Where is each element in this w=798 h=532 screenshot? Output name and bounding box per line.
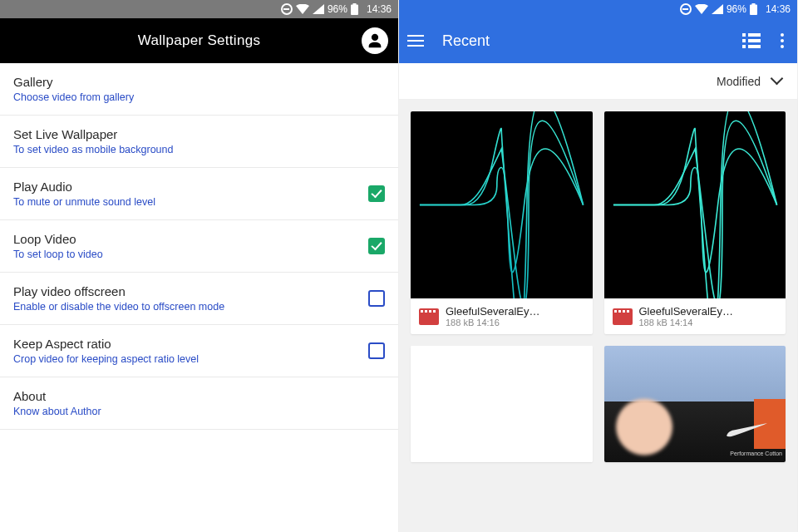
- setting-title: Set Live Wallpaper: [13, 127, 173, 141]
- menu-icon[interactable]: [407, 32, 427, 50]
- signal-icon: [313, 4, 324, 14]
- app-bar: Recent: [399, 18, 797, 63]
- setting-subtitle: Know about Author: [13, 406, 101, 417]
- file-card[interactable]: [411, 346, 593, 462]
- video-file-icon: [613, 308, 633, 325]
- wifi-icon: [695, 4, 708, 14]
- checkbox-icon[interactable]: [368, 185, 385, 202]
- checkbox-icon[interactable]: [368, 238, 385, 254]
- page-title: Recent: [442, 32, 727, 50]
- setting-subtitle: To mute or unmute sound level: [13, 196, 155, 208]
- left-screen: 96% 14:36 Wallpaper Settings Gallery Cho…: [0, 0, 399, 532]
- sort-label: Modified: [717, 75, 761, 88]
- status-bar: 96% 14:36: [0, 0, 398, 18]
- setting-set-live-wallpaper[interactable]: Set Live Wallpaper To set video as mobil…: [0, 116, 398, 168]
- setting-title: Play video offscreen: [13, 284, 224, 298]
- swoosh-icon: [726, 422, 769, 439]
- app-bar: Wallpaper Settings: [0, 18, 398, 63]
- thumb-caption: Performance Cotton: [730, 451, 782, 457]
- setting-about[interactable]: About Know about Author: [0, 377, 398, 430]
- chevron-down-icon: [772, 76, 784, 87]
- sort-row[interactable]: Modified: [399, 63, 797, 100]
- file-name: GleefulSeveralEy…: [639, 305, 733, 318]
- setting-keep-aspect[interactable]: Keep Aspect ratio Crop video for keeping…: [0, 325, 398, 377]
- settings-list: Gallery Choose video from gallery Set Li…: [0, 63, 398, 532]
- checkbox-icon[interactable]: [368, 290, 385, 307]
- file-meta: 188 kB 14:16: [446, 318, 539, 328]
- dnd-icon: [680, 3, 692, 15]
- setting-play-offscreen[interactable]: Play video offscreen Enable or disable t…: [0, 273, 398, 325]
- checkbox-icon[interactable]: [368, 342, 385, 359]
- page-title: Wallpaper Settings: [138, 32, 260, 49]
- battery-icon: [750, 3, 757, 15]
- view-list-icon[interactable]: [742, 33, 761, 48]
- file-grid: GleefulSeveralEy… 188 kB 14:16: [399, 100, 797, 532]
- setting-subtitle: To set video as mobile background: [13, 144, 173, 155]
- svg-rect-3: [751, 3, 755, 5]
- signal-icon: [712, 4, 723, 14]
- setting-gallery[interactable]: Gallery Choose video from gallery: [0, 63, 398, 116]
- setting-subtitle: To set loop to video: [13, 249, 103, 260]
- right-screen: 96% 14:36 Recent Modified: [399, 0, 798, 532]
- clock: 14:36: [367, 3, 392, 15]
- file-thumbnail: [411, 346, 593, 462]
- status-bar: 96% 14:36: [399, 0, 797, 18]
- wifi-icon: [296, 4, 309, 14]
- file-thumbnail: [604, 111, 786, 298]
- video-file-icon: [419, 308, 439, 325]
- file-meta: 188 kB 14:14: [639, 318, 733, 328]
- setting-title: Gallery: [13, 75, 134, 89]
- file-card[interactable]: GleefulSeveralEy… 188 kB 14:16: [411, 111, 593, 334]
- setting-title: About: [13, 389, 101, 403]
- more-icon[interactable]: [776, 33, 789, 48]
- setting-subtitle: Crop video for keeping aspect ratio leve…: [13, 353, 199, 365]
- setting-play-audio[interactable]: Play Audio To mute or unmute sound level: [0, 168, 398, 220]
- svg-rect-1: [352, 3, 356, 5]
- file-card[interactable]: GleefulSeveralEy… 188 kB 14:14: [604, 111, 786, 334]
- file-card[interactable]: Performance Cotton: [604, 346, 786, 462]
- battery-pct: 96%: [328, 3, 347, 15]
- battery-pct: 96%: [727, 3, 746, 15]
- file-name: GleefulSeveralEy…: [446, 305, 539, 318]
- svg-rect-0: [351, 5, 358, 16]
- clock: 14:36: [766, 3, 791, 15]
- setting-title: Keep Aspect ratio: [13, 337, 199, 351]
- setting-subtitle: Enable or disable the video to offscreen…: [13, 301, 224, 313]
- battery-icon: [351, 3, 358, 15]
- file-thumbnail: [411, 111, 593, 298]
- file-thumbnail: Performance Cotton: [604, 346, 786, 462]
- profile-icon[interactable]: [362, 27, 388, 54]
- setting-subtitle: Choose video from gallery: [13, 91, 134, 103]
- setting-loop-video[interactable]: Loop Video To set loop to video: [0, 220, 398, 273]
- setting-title: Play Audio: [13, 180, 155, 194]
- dnd-icon: [281, 3, 293, 15]
- setting-title: Loop Video: [13, 232, 103, 246]
- svg-rect-2: [750, 5, 757, 16]
